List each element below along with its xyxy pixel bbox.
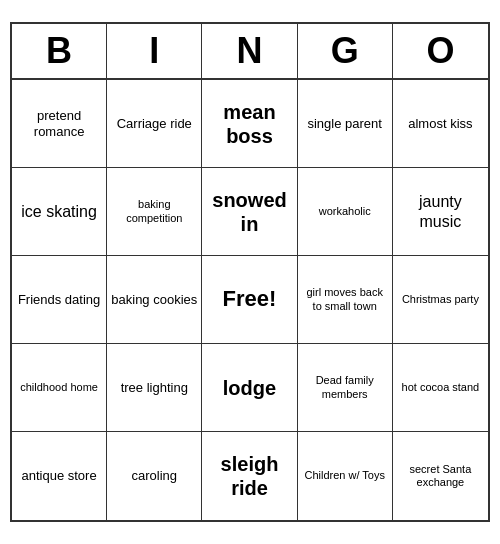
bingo-cell: Dead family members — [298, 344, 393, 432]
bingo-cell: lodge — [202, 344, 297, 432]
bingo-cell: caroling — [107, 432, 202, 520]
bingo-cell: Children w/ Toys — [298, 432, 393, 520]
bingo-cell: Friends dating — [12, 256, 107, 344]
header-letter: I — [107, 24, 202, 78]
header-letter: O — [393, 24, 488, 78]
bingo-cell: mean boss — [202, 80, 297, 168]
bingo-grid: pretend romanceCarriage ridemean bosssin… — [12, 80, 488, 520]
bingo-cell: girl moves back to small town — [298, 256, 393, 344]
bingo-cell: childhood home — [12, 344, 107, 432]
bingo-cell: workaholic — [298, 168, 393, 256]
bingo-cell: almost kiss — [393, 80, 488, 168]
bingo-cell: baking competition — [107, 168, 202, 256]
bingo-cell: antique store — [12, 432, 107, 520]
bingo-cell: Carriage ride — [107, 80, 202, 168]
bingo-cell: secret Santa exchange — [393, 432, 488, 520]
header-letter: G — [298, 24, 393, 78]
bingo-cell: sleigh ride — [202, 432, 297, 520]
bingo-cell: single parent — [298, 80, 393, 168]
bingo-cell: pretend romance — [12, 80, 107, 168]
header-letter: B — [12, 24, 107, 78]
bingo-cell: Free! — [202, 256, 297, 344]
bingo-cell: Christmas party — [393, 256, 488, 344]
bingo-cell: ice skating — [12, 168, 107, 256]
bingo-cell: hot cocoa stand — [393, 344, 488, 432]
bingo-header: BINGO — [12, 24, 488, 80]
bingo-card: BINGO pretend romanceCarriage ridemean b… — [10, 22, 490, 522]
header-letter: N — [202, 24, 297, 78]
bingo-cell: jaunty music — [393, 168, 488, 256]
bingo-cell: tree lighting — [107, 344, 202, 432]
bingo-cell: snowed in — [202, 168, 297, 256]
bingo-cell: baking cookies — [107, 256, 202, 344]
